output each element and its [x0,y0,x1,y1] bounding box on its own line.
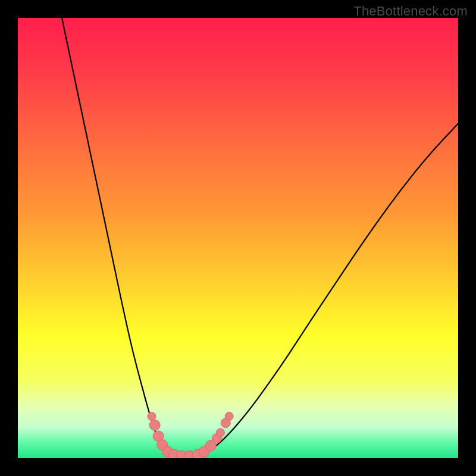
plot-area [18,18,458,458]
curve-layer [18,18,458,458]
data-marker [216,428,224,437]
watermark-text: TheBottleneck.com [353,4,468,19]
data-marker [148,412,156,421]
marker-group [148,412,233,458]
data-marker [149,420,160,431]
chart-frame: TheBottleneck.com [0,0,476,476]
bottleneck-curve [62,18,458,456]
data-marker [225,412,233,421]
